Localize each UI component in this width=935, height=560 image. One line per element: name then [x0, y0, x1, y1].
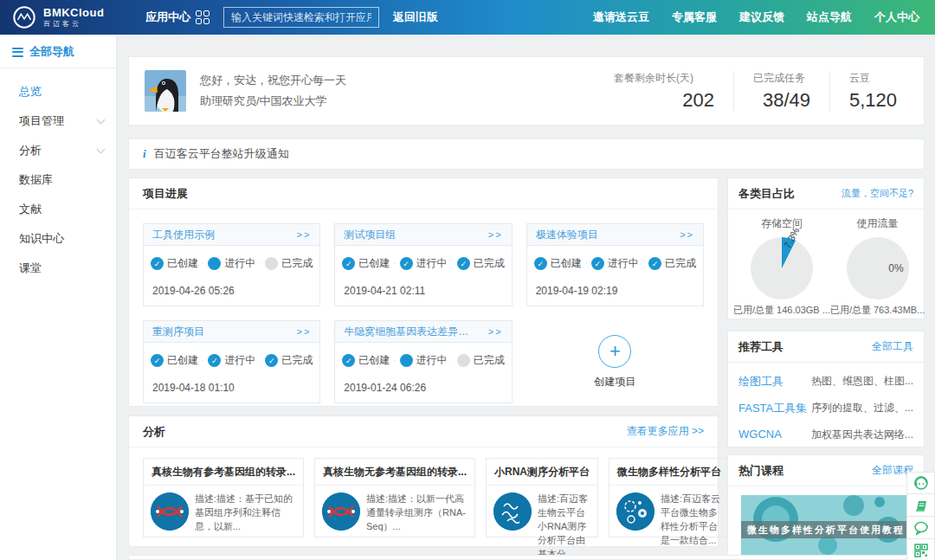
traffic-caption: 已用/总量 763.43MB...	[830, 304, 925, 317]
customer-service-button[interactable]	[906, 472, 935, 494]
stat-label-completed-tasks: 已完成任务	[753, 71, 810, 86]
tool-link-fasta[interactable]: FASTA工具集	[738, 401, 811, 416]
qrcode-button[interactable]	[906, 539, 935, 560]
project-card: 极速体验项目 >> 已创建 进行中 已完成 2019-04-19 02:19	[526, 223, 704, 306]
nav-link-invite[interactable]: 邀请送云豆	[593, 10, 649, 25]
stat-value-cloud-beans: 5,120	[849, 89, 889, 112]
sidebar-item-overview[interactable]: 总览	[0, 77, 116, 106]
project-grid: 工具使用示例 >> 已创建 进行中 已完成 2019-04-26 05:26 测…	[129, 209, 718, 417]
nav-link-support[interactable]: 专属客服	[672, 10, 717, 25]
chat-icon	[913, 520, 929, 536]
sidebar-item-database[interactable]: 数据库	[0, 165, 116, 195]
analysis-app-card[interactable]: 真核生物有参考基因组的转录... 描述:描述：基于已知的基因组序列和注释信息，以…	[143, 458, 304, 537]
chevron-down-icon	[97, 116, 106, 125]
project-title[interactable]: 牛隐窝细胞基因表达差异分...	[344, 325, 474, 339]
project-date: 2019-04-19 02:19	[527, 271, 703, 297]
small-rna-icon	[493, 492, 532, 531]
all-tools-link[interactable]: 全部工具	[872, 339, 913, 354]
sidebar-all-nav-button[interactable]: 全部导航	[0, 35, 116, 68]
step-created-icon	[151, 257, 164, 270]
project-more-link[interactable]: >>	[296, 229, 311, 240]
sidebar-item-literature[interactable]: 文献	[0, 195, 116, 224]
logo-subtitle: 百迈客云	[43, 19, 104, 29]
app-description: 描述:百迈客云平台微生物多样性分析平台是一款结合...	[661, 492, 722, 548]
step-finished-icon	[648, 257, 661, 270]
app-title: 小RNA测序分析平台	[487, 459, 597, 486]
analysis-app-card[interactable]: 真核生物无参考基因组的转录... 描述:描述：以新一代高通量转录组测序（RNA-…	[314, 458, 475, 537]
all-nav-label: 全部导航	[29, 44, 74, 60]
tool-link-plot[interactable]: 绘图工具	[738, 374, 811, 389]
traffic-pie-label: 使用流量	[830, 216, 925, 231]
nav-link-feedback[interactable]: 建议反馈	[739, 10, 784, 25]
avatar[interactable]	[145, 70, 186, 112]
tool-row: 绘图工具 热图、维恩图、柱图...	[738, 374, 913, 389]
storage-pie-chart	[751, 237, 813, 299]
chevron-down-icon	[97, 145, 106, 154]
step-running-icon	[591, 257, 604, 270]
project-date: 2019-04-26 05:26	[144, 271, 319, 297]
project-more-link[interactable]: >>	[680, 229, 694, 240]
rna-ref-icon	[151, 492, 189, 531]
app-description: 描述:描述：以新一代高通量转录组测序（RNA-Seq）...	[366, 492, 468, 534]
back-to-old-version-button[interactable]: 返回旧版	[393, 10, 438, 25]
app-center-button[interactable]: 应用中心	[145, 10, 210, 25]
nav-link-sitemap[interactable]: 站点导航	[807, 10, 852, 25]
app-title: 微生物多样性分析平台	[609, 459, 729, 486]
step-running-icon	[208, 354, 221, 367]
penguin-avatar-image	[145, 70, 186, 112]
app-title: 真核生物有参考基因组的转录...	[144, 459, 303, 486]
hot-courses-section: 热门课程 全部课程 微生物多样性分析平台使用教程	[727, 454, 925, 560]
greeting-text: 您好，安达，祝您开心每一天	[200, 70, 346, 91]
storage-caption: 已用/总量 146.03GB ...	[733, 304, 830, 317]
tool-link-wgcna[interactable]: WGCNA	[738, 428, 811, 442]
create-project-button[interactable]: + 创建项目	[526, 320, 704, 403]
project-more-link[interactable]: >>	[488, 229, 503, 240]
section-title-analysis: 分析	[143, 424, 165, 440]
project-card: 重测序项目 >> 已创建 进行中 已完成 2019-04-18 01:10	[143, 320, 320, 403]
manual-button[interactable]	[906, 494, 935, 517]
nav-link-personal-center[interactable]: 个人中心	[874, 10, 919, 25]
project-title[interactable]: 测试项目组	[344, 228, 396, 242]
project-more-link[interactable]: >>	[296, 326, 311, 337]
plus-icon: +	[609, 340, 621, 363]
project-title[interactable]: 工具使用示例	[152, 228, 215, 242]
project-card: 牛隐窝细胞基因表达差异分... >> 已创建 进行中 已完成 2019-01-2…	[334, 320, 512, 403]
step-finished-icon	[457, 257, 470, 270]
notice-link[interactable]: 百迈客云平台整站升级通知	[154, 146, 289, 162]
message-button[interactable]	[906, 517, 935, 539]
section-title-tools: 推荐工具	[738, 339, 783, 355]
sidebar-item-knowledge-center[interactable]: 知识中心	[0, 224, 116, 254]
project-date: 2019-01-24 06:26	[335, 368, 511, 394]
sidebar-item-classroom[interactable]: 课堂	[0, 254, 116, 283]
app-description: 描述:百迈客生物云平台小RNA测序分析平台由基本分...	[538, 492, 590, 560]
more-apps-link[interactable]: 查看更多应用 >>	[627, 424, 704, 439]
usage-section: 各类目占比 流量，空间不足? 存储空间 7.3% 已用/总量 146.03GB …	[727, 177, 925, 319]
brand-logo[interactable]: BMKCloud 百迈客云	[0, 5, 130, 29]
step-running-icon	[400, 354, 413, 367]
hamburger-icon	[12, 48, 23, 57]
step-finished-icon	[265, 257, 278, 270]
sidebar-item-analysis[interactable]: 分析	[0, 136, 116, 165]
app-center-label: 应用中心	[145, 10, 190, 25]
search-input[interactable]	[223, 7, 379, 28]
quota-warning-link[interactable]: 流量，空间不足?	[842, 187, 913, 200]
navbar-links: 邀请送云豆 专属客服 建议反馈 站点导航 个人中心	[593, 10, 935, 25]
project-title[interactable]: 极速体验项目	[536, 228, 598, 242]
step-created-icon	[151, 354, 164, 367]
step-running-icon	[208, 257, 221, 270]
headset-icon	[913, 475, 929, 491]
book-icon	[913, 498, 929, 513]
analysis-app-card[interactable]: 小RNA测序分析平台 描述:百迈客生物云平台小RNA测序分析平台由基本分...	[486, 458, 598, 537]
rna-denovo-icon	[322, 492, 360, 531]
welcome-card: 您好，安达，祝您开心每一天 助理研究员/中国农业大学 套餐剩余时长(天) 202…	[128, 56, 925, 126]
sidebar-item-project-management[interactable]: 项目管理	[0, 106, 116, 136]
project-more-link[interactable]: >>	[488, 326, 503, 337]
project-title[interactable]: 重测序项目	[152, 325, 204, 339]
course-thumbnail[interactable]: 微生物多样性分析平台使用教程	[741, 495, 911, 557]
project-card: 工具使用示例 >> 已创建 进行中 已完成 2019-04-26 05:26	[143, 223, 320, 306]
app-description: 描述:描述：基于已知的基因组序列和注释信息，以新...	[195, 492, 296, 534]
tool-row: FASTA工具集 序列的提取、过滤、...	[738, 401, 913, 416]
stat-label-remaining-days: 套餐剩余时长(天)	[614, 71, 714, 86]
project-progress-section: 项目进展 工具使用示例 >> 已创建 进行中 已完成 2019-04-26 05…	[128, 177, 719, 407]
analysis-app-card[interactable]: 微生物多样性分析平台 描述:百迈客云平台微生物多样性分析平台是一款结合...	[609, 458, 730, 537]
